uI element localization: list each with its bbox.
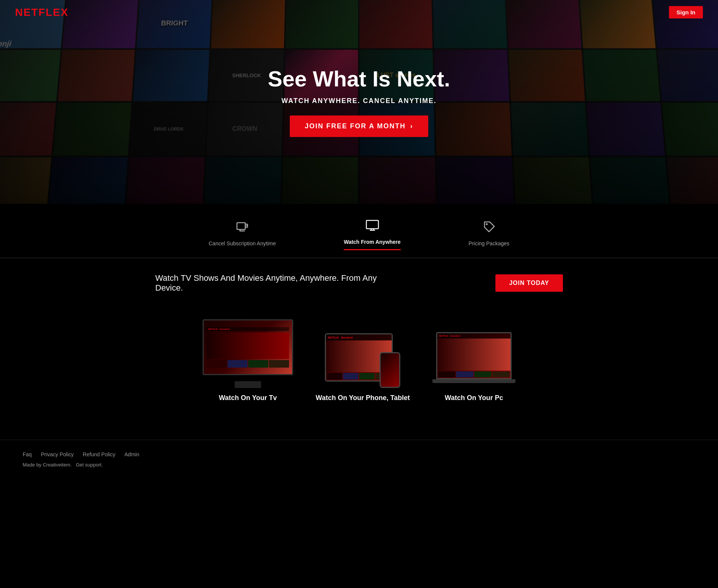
feature-content: Watch TV Shows And Movies Anytime, Anywh…: [133, 258, 586, 432]
cancel-icon: [235, 219, 250, 237]
feature-description: Watch TV Shows And Movies Anytime, Anywh…: [155, 273, 382, 293]
device-phone-tablet: NETFLIX Daredevil: [316, 333, 410, 402]
header: NETFLEX Sign In: [0, 0, 718, 25]
tv-mockup: NETFLIX Daredevil: [203, 319, 293, 375]
device-tv: NETFLIX Daredevil Watch On Your Tv: [203, 319, 293, 402]
footer-link-admin[interactable]: Admin: [125, 451, 140, 457]
devices-row: NETFLIX Daredevil Watch On Your Tv: [155, 312, 563, 417]
hero-cta-arrow: ›: [410, 122, 413, 130]
hero-subtitle: WATCH ANYWHERE. CANCEL ANYTIME.: [227, 97, 491, 105]
hero-section: See What Is Next. WATCH ANYWHERE. CANCEL…: [0, 0, 718, 204]
footer-credit: Made by Creativeitem. Get support.: [23, 462, 695, 468]
footer-link-privacy[interactable]: Privacy Policy: [41, 451, 74, 457]
footer-link-faq[interactable]: Faq: [23, 451, 32, 457]
phone-tablet-mockup: NETFLIX Daredevil: [325, 333, 400, 388]
features-tabs: Cancel Subscription Anytime Watch From A…: [0, 219, 718, 258]
hero-title: See What Is Next.: [227, 67, 491, 91]
device-phone-tablet-label: Watch On Your Phone, Tablet: [316, 394, 410, 402]
feature-row: Watch TV Shows And Movies Anytime, Anywh…: [155, 273, 563, 293]
pricing-icon: [481, 219, 497, 237]
hero-cta-label: JOIN FREE FOR A MONTH: [305, 122, 406, 130]
device-pc-label: Watch On Your Pc: [445, 394, 503, 402]
logo: NETFLEX: [15, 6, 69, 18]
hero-content: See What Is Next. WATCH ANYWHERE. CANCEL…: [227, 67, 491, 137]
footer-credit-prefix: Made by Creativeitem.: [23, 462, 72, 468]
footer-links: Faq Privacy Policy Refund Policy Admin: [23, 451, 695, 457]
tab-cancel[interactable]: Cancel Subscription Anytime: [209, 219, 276, 250]
tab-pricing[interactable]: Pricing Packages: [469, 219, 509, 250]
footer-link-refund[interactable]: Refund Policy: [83, 451, 115, 457]
tab-watch-anywhere[interactable]: Watch From Anywhere: [344, 219, 401, 250]
svg-rect-0: [237, 223, 245, 229]
features-section: Cancel Subscription Anytime Watch From A…: [0, 204, 718, 440]
device-tv-label: Watch On Your Tv: [219, 394, 277, 402]
sign-in-button[interactable]: Sign In: [669, 6, 703, 18]
tv-screen: NETFLIX Daredevil: [204, 320, 292, 374]
tab-watch-anywhere-label: Watch From Anywhere: [344, 239, 401, 245]
watch-anywhere-icon: [365, 219, 380, 236]
device-pc: NETFLIX Daredevil Watch On Your P: [432, 332, 515, 402]
footer-support-link[interactable]: Get support.: [76, 462, 103, 468]
tab-pricing-label: Pricing Packages: [469, 240, 509, 246]
join-today-button[interactable]: JOIN TODAY: [495, 274, 563, 292]
hero-cta-button[interactable]: JOIN FREE FOR A MONTH ›: [290, 115, 429, 137]
tab-cancel-label: Cancel Subscription Anytime: [209, 240, 276, 246]
svg-point-2: [486, 223, 487, 225]
svg-rect-1: [366, 220, 378, 229]
footer: Faq Privacy Policy Refund Policy Admin M…: [0, 440, 718, 475]
laptop-mockup: NETFLIX Daredevil: [432, 332, 515, 388]
